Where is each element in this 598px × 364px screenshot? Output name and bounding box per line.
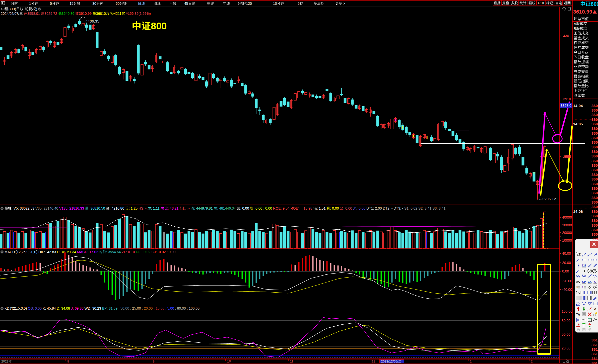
- svg-text:0.00: 0.00: [562, 269, 569, 273]
- svg-text:361: 361: [591, 343, 598, 347]
- svg-text:360: 360: [591, 209, 598, 214]
- svg-text:3625.72: 3625.72: [44, 12, 57, 16]
- svg-text:: 444879.81: : 444879.81: [194, 206, 213, 210]
- svg-text:: 1.11: : 1.11: [151, 206, 160, 210]
- svg-text:G: G: [596, 292, 597, 294]
- svg-text:: 0.00: : 0.00: [330, 206, 339, 210]
- svg-text:360: 360: [591, 108, 598, 112]
- svg-text:15: 15: [70, 2, 74, 6]
- svg-text:10000: 10000: [562, 238, 572, 242]
- svg-text:360: 360: [591, 200, 598, 204]
- svg-text:ᵀA: ᵀA: [576, 313, 580, 316]
- svg-text:2: 2: [531, 359, 533, 363]
- svg-text:360: 360: [591, 223, 598, 227]
- svg-text:14:05: 14:05: [573, 122, 583, 126]
- svg-text:800: 800: [151, 21, 167, 31]
- svg-text:2023/12/05/: 2023/12/05/: [381, 359, 398, 363]
- svg-text:360: 360: [591, 117, 598, 122]
- svg-text:100.00: 100.00: [562, 309, 572, 313]
- svg-text:20.00: 20.00: [562, 346, 570, 350]
- svg-text:3910: 3910: [563, 97, 571, 101]
- svg-text:3555: 3555: [563, 155, 571, 159]
- svg-text:360: 360: [591, 149, 598, 154]
- svg-text:: 0.00: : 0.00: [357, 206, 365, 210]
- svg-text:360: 360: [591, 131, 598, 135]
- svg-text:): ): [36, 7, 37, 11]
- svg-text:360: 360: [591, 214, 598, 218]
- svg-text:S1: 0.02 S2: 3.41 S3: 3.41: S1: 0.02 S2: 3.41 S3: 3.41: [404, 206, 445, 210]
- svg-text:4406.35: 4406.35: [86, 19, 99, 23]
- svg-text:1: 1: [470, 359, 472, 363]
- svg-text:360: 360: [591, 218, 598, 223]
- svg-text:: 0.00: : 0.00: [167, 250, 175, 254]
- svg-text:56.35(1.59%): 56.35(1.59%): [130, 12, 151, 16]
- svg-text:DT1: 2.00 DT2: - DT3: -: DT1: 2.00 DT2: - DT3: -: [366, 206, 403, 210]
- svg-text:800(: 800(: [9, 7, 16, 11]
- svg-text:*120: *120: [245, 2, 252, 6]
- svg-text:-: -: [554, 1, 555, 5]
- svg-text:KDJ'(21,5,3,0): KDJ'(21,5,3,0): [5, 306, 27, 310]
- svg-text:360: 360: [591, 104, 598, 108]
- svg-text:5: 5: [589, 319, 590, 322]
- svg-text:10: 10: [227, 359, 231, 363]
- svg-text:A: A: [574, 22, 576, 26]
- svg-text:>: >: [342, 2, 345, 6]
- svg-text:30000: 30000: [562, 223, 572, 227]
- svg-text:BP: 31.69: BP: 31.69: [102, 306, 118, 310]
- svg-text:GP: GP: [582, 281, 586, 283]
- svg-text:36810: 36810: [96, 12, 106, 16]
- svg-text:: -: : -: [186, 206, 190, 210]
- svg-text:: 481446.34: : 481446.34: [217, 206, 236, 210]
- svg-text:361: 361: [591, 352, 598, 356]
- svg-text:360: 360: [591, 113, 598, 117]
- svg-text:361: 361: [591, 361, 598, 364]
- svg-text:: 3554.64: : 3554.64: [106, 250, 121, 254]
- svg-text:3558.01: 3558.01: [27, 12, 40, 16]
- svg-text:12: 12: [372, 359, 375, 363]
- svg-text:V5: 33622.53: V5: 33622.53: [14, 206, 35, 210]
- svg-text:1: 1: [29, 2, 31, 6]
- svg-text:GA: GA: [588, 281, 592, 283]
- svg-text:3610.99: 3610.99: [79, 12, 92, 16]
- svg-text:360: 360: [591, 168, 598, 172]
- svg-text:360: 360: [591, 172, 598, 177]
- svg-text:14:06: 14:06: [573, 209, 583, 214]
- svg-text:360: 360: [591, 177, 598, 181]
- svg-text:ROE: ROE: [290, 206, 298, 210]
- svg-text:60: 60: [116, 2, 120, 6]
- svg-text:360: 360: [591, 159, 598, 163]
- svg-text:3610.99: 3610.99: [573, 9, 592, 15]
- svg-text:K: 45.84: K: 45.84: [43, 306, 56, 310]
- svg-text:MACD'(12,26,9,20,0): MACD'(12,26,9,20,0): [5, 250, 37, 254]
- svg-text:800: 800: [591, 1, 598, 7]
- svg-text:: 25.00: : 25.00: [130, 306, 141, 310]
- svg-text:DIF: -42.83: DIF: -42.83: [38, 250, 56, 254]
- svg-text:360: 360: [591, 196, 598, 200]
- svg-text:30: 30: [92, 2, 96, 6]
- svg-text:: 36810.50: : 36810.50: [89, 206, 105, 210]
- svg-text:20000: 20000: [562, 231, 572, 235]
- svg-text:.: .: [24, 7, 25, 11]
- svg-text:11: 11: [290, 359, 293, 363]
- svg-text:360: 360: [591, 186, 598, 191]
- svg-text:: 1.25: : 1.25: [129, 206, 138, 210]
- svg-text:80.00: 80.00: [562, 319, 570, 323]
- svg-text:HS: -: HS: -: [139, 206, 147, 210]
- svg-text:4301: 4301: [563, 34, 571, 38]
- svg-text:DF: -0.02: DF: -0.02: [136, 250, 151, 254]
- svg-text:: 15.00: : 15.00: [154, 306, 164, 310]
- svg-text:: 18.98: : 18.98: [302, 206, 312, 210]
- svg-text:: 43.21: : 43.21: [168, 206, 179, 210]
- svg-text:-20.00: -20.00: [562, 279, 572, 283]
- svg-text:%: %: [576, 286, 578, 288]
- svg-text:: 0.00: : 0.00: [240, 206, 249, 210]
- svg-text:J: 69.36: J: 69.36: [71, 306, 84, 310]
- svg-text:: 80.00 : 100.00: : 80.00 : 100.00: [175, 306, 200, 310]
- svg-text:20.00: 20.00: [562, 261, 571, 265]
- svg-text:ROE: 9.54: ROE: 9.54: [273, 206, 290, 210]
- svg-text:8: 8: [67, 359, 69, 363]
- svg-text:361: 361: [591, 347, 598, 351]
- svg-text:V135: 21816.33: V135: 21816.33: [59, 206, 84, 210]
- svg-text:360: 360: [591, 232, 598, 236]
- svg-text:123: 123: [582, 264, 586, 267]
